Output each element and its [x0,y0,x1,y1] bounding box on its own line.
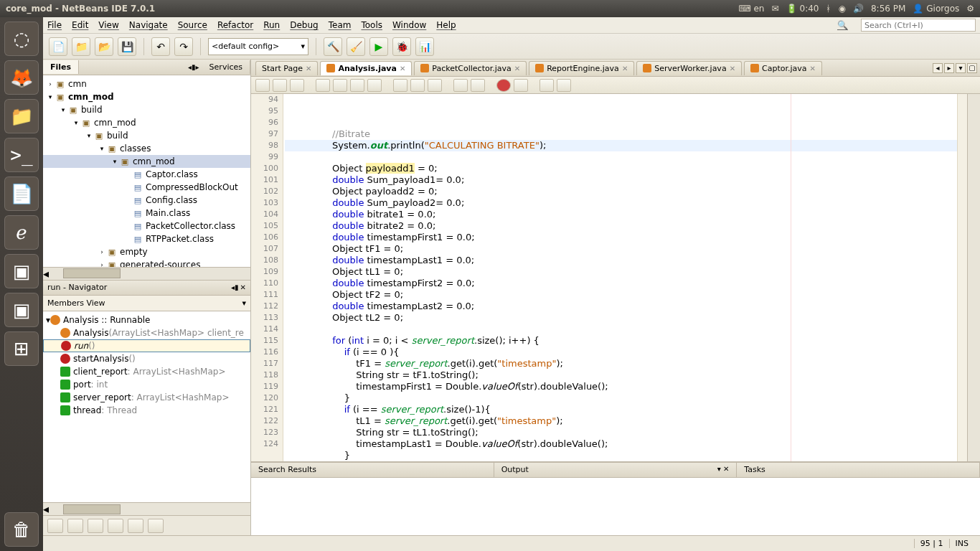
trash-icon[interactable]: 🗑 [4,512,39,547]
tree-row[interactable]: ▤RTPPacket.class [43,232,250,245]
navigator-min-icon[interactable]: ◂▮ [231,283,239,291]
ed-nav-back[interactable] [255,79,270,92]
ed-macro-stop[interactable] [514,79,528,92]
menu-edit[interactable]: Edit [72,20,88,30]
ed-toggle-bookmark[interactable] [428,79,442,92]
menu-navigate[interactable]: Navigate [129,20,168,30]
menu-debug[interactable]: Debug [290,20,318,30]
tab-list-button[interactable]: ▾ [956,63,966,73]
navigator-item[interactable]: server_report : ArrayList<HashMap> [43,391,250,404]
ed-toggle-highlight[interactable] [367,79,382,92]
menu-source[interactable]: Source [178,20,207,30]
bluetooth-icon[interactable]: ᚼ [826,4,831,14]
close-tab-icon[interactable]: ✕ [514,65,520,72]
minimize-pane-icon[interactable]: ◂▮▸ [188,63,199,71]
line-gutter[interactable]: 9495969798991001011021031041051061071081… [251,94,283,461]
tab-search-results[interactable]: Search Results [251,463,494,477]
menu-refactor[interactable]: Refactor [217,20,253,30]
navigator-tree[interactable]: ▾Analysis :: Runnable Analysis(ArrayList… [43,311,250,503]
battery-indicator[interactable]: 🔋 0:40 [786,4,819,14]
close-tab-icon[interactable]: ✕ [622,65,628,72]
run-button[interactable]: ▶ [369,37,388,56]
error-stripe[interactable] [957,94,967,461]
menu-file[interactable]: File [47,20,62,30]
navigator-item[interactable]: client_report : ArrayList<HashMap> [43,365,250,378]
ed-find-sel[interactable] [316,79,330,92]
tree-row[interactable]: ▾▣cmn_mod [43,116,250,129]
open-project-button[interactable]: 📂 [95,37,113,56]
new-project-button[interactable]: 📁 [72,37,90,56]
run-config-dropdown[interactable]: <default config>▾ [208,38,308,55]
nav-filter-2[interactable] [67,519,83,533]
navigator-hscrollbar[interactable]: ◂ [43,502,250,515]
code-editor[interactable]: 9495969798991001011021031041051061071081… [251,94,980,462]
nav-filter-3[interactable] [88,519,103,533]
tree-row[interactable]: ▤Config.class [43,194,250,207]
code-content[interactable]: //Bitrate System.out.println("CALCULATIN… [283,94,957,461]
close-tab-icon[interactable]: ✕ [400,65,405,72]
editor-tab[interactable]: Start Page✕ [255,61,318,75]
undo-button[interactable]: ↶ [151,37,170,56]
tree-row[interactable]: ▾▣classes [43,142,250,155]
ed-shift-left[interactable] [453,79,468,92]
navigator-item[interactable]: Analysis(ArrayList<HashMap> client_re [43,326,250,339]
close-tab-icon[interactable]: ✕ [810,65,816,72]
files-icon[interactable]: 📁 [4,99,39,133]
firefox-icon[interactable]: 🦊 [4,60,39,95]
ed-last-edit[interactable] [290,79,304,92]
tree-row[interactable]: ▤Main.class [43,207,250,220]
editor-tab[interactable]: Analysis.java✕ [320,61,412,75]
output-content[interactable] [251,478,980,535]
ed-uncomment[interactable] [557,79,571,92]
tree-row[interactable]: ›▣empty [43,245,250,258]
build-button[interactable]: 🔨 [324,37,342,56]
menu-run[interactable]: Run [263,20,280,30]
navigator-close-icon[interactable]: ✕ [240,283,246,291]
terminal-icon[interactable]: >_ [4,138,39,172]
tab-tasks[interactable]: Tasks [737,463,980,477]
tab-output[interactable]: Output▾ ✕ [494,463,738,477]
tree-row[interactable]: ▤CompressedBlockOut [43,181,250,194]
nav-filter-1[interactable] [47,519,63,533]
ed-find-prev[interactable] [333,79,347,92]
pdf-viewer-icon[interactable]: ℯ [4,215,39,250]
virtualbox-vm-icon[interactable]: ▣ [4,293,39,327]
new-file-button[interactable]: 📄 [49,37,67,56]
editor-tab[interactable]: PacketCollector.java✕ [414,61,527,75]
tree-hscrollbar[interactable]: ◂ [43,267,250,280]
ed-shift-right[interactable] [471,79,485,92]
ed-comment[interactable] [540,79,554,92]
volume-icon[interactable]: 🔊 [853,4,864,14]
nav-filter-4[interactable] [108,519,123,533]
mail-icon[interactable]: ✉ [771,4,778,14]
debug-button[interactable]: 🐞 [392,37,411,56]
ed-macro-rec[interactable] [496,79,511,92]
navigator-item[interactable]: run() [43,339,250,352]
tab-files[interactable]: Files [43,60,79,74]
navigator-item[interactable]: startAnalysis() [43,352,250,365]
navigator-item[interactable]: thread : Thread [43,404,250,417]
files-tree[interactable]: ›▣cmn▾▣cmn_mod▾▣build▾▣cmn_mod▾▣build▾▣c… [43,75,250,267]
menu-view[interactable]: View [98,20,118,30]
save-all-button[interactable]: 💾 [118,37,136,56]
close-tab-icon[interactable]: ✕ [306,65,311,72]
tree-row[interactable]: ›▣generated-sources [43,258,250,267]
writer-icon[interactable]: 📄 [4,176,39,211]
tab-scroll-left[interactable]: ◂ [933,63,943,73]
tree-row[interactable]: ›▣cmn [43,77,250,90]
close-tab-icon[interactable]: ✕ [730,65,735,72]
redo-button[interactable]: ↷ [174,37,193,56]
menu-help[interactable]: Help [436,20,456,30]
insert-mode[interactable]: INS [949,539,974,548]
maximize-editor[interactable]: ▢ [967,63,977,73]
editor-vscrollbar[interactable] [967,94,980,461]
tree-row[interactable]: ▾▣build [43,129,250,142]
profile-button[interactable]: 📊 [415,37,434,56]
wifi-icon[interactable]: ◉ [838,4,845,14]
editor-tab[interactable]: Captor.java✕ [744,61,822,75]
editor-tab[interactable]: ReportEngine.java✕ [529,61,634,75]
menu-tools[interactable]: Tools [361,20,382,30]
user-menu[interactable]: 👤 Giorgos [913,4,959,14]
editor-tab[interactable]: ServerWorker.java✕ [636,61,742,75]
ed-find-next[interactable] [350,79,364,92]
